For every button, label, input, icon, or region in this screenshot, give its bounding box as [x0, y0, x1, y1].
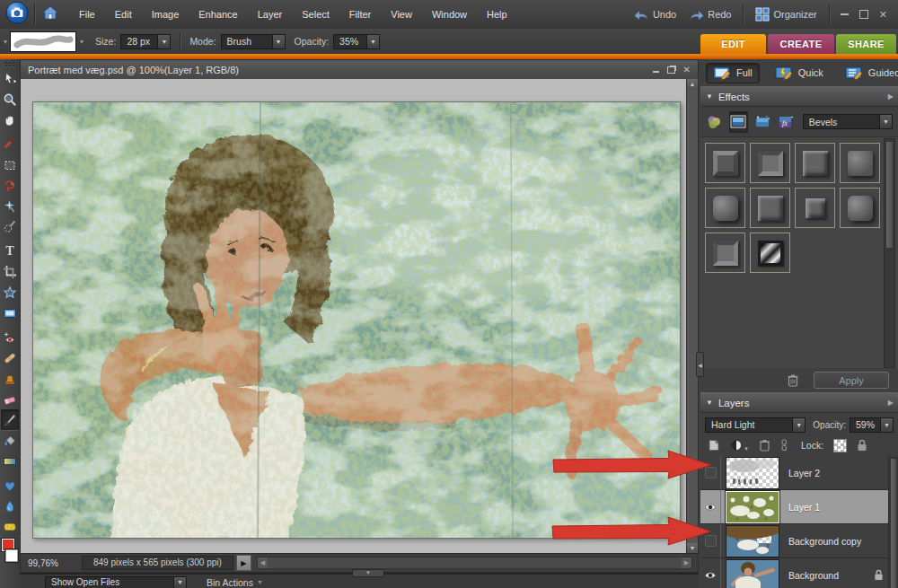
straighten-tool[interactable]	[1, 303, 19, 323]
show-open-files-dropdown[interactable]: Show Open Files ▼	[45, 576, 187, 588]
tab-share[interactable]: SHARE	[836, 34, 896, 54]
canvas-area[interactable]	[21, 79, 687, 554]
effects-scrollbar[interactable]	[884, 138, 895, 368]
layer-name[interactable]: Background	[788, 570, 839, 581]
move-tool[interactable]	[1, 68, 19, 89]
document-titlebar[interactable]: Portræt med væg.psd @ 100%(Layer 1, RGB/…	[21, 60, 698, 80]
layers-scrollbar[interactable]	[888, 456, 898, 588]
bevel-swatch-simple-inner[interactable]	[705, 143, 745, 183]
quick-selection-tool[interactable]	[1, 216, 19, 237]
type-tool[interactable]: T	[1, 241, 19, 261]
bevel-swatch-inner-ridge[interactable]	[750, 143, 790, 183]
menu-filter[interactable]: Filter	[339, 0, 381, 29]
layer-thumbnail[interactable]	[726, 491, 779, 523]
palette-divider-grip[interactable]: ◀	[696, 352, 704, 377]
blur-tool[interactable]	[1, 496, 19, 516]
all-effects-category-button[interactable]: fx	[778, 112, 795, 132]
tab-guided-edit[interactable]: Guided	[839, 64, 898, 83]
menu-image[interactable]: Image	[142, 0, 189, 29]
window-maximize-icon[interactable]	[859, 10, 868, 19]
new-adjustment-layer-icon[interactable]	[730, 439, 743, 452]
bevel-swatch-simple-pillow[interactable]	[750, 188, 790, 228]
menu-edit[interactable]: Edit	[105, 0, 142, 29]
lock-all-icon[interactable]	[857, 439, 867, 452]
eraser-tool[interactable]	[1, 389, 19, 409]
options-collapse-icon[interactable]: ▾	[4, 38, 7, 46]
visibility-toggle[interactable]	[700, 558, 721, 588]
link-layers-icon[interactable]	[780, 439, 788, 452]
eyedropper-tool[interactable]	[1, 130, 19, 151]
apply-button[interactable]: Apply	[814, 372, 889, 389]
window-close-icon[interactable]: ✕	[879, 10, 887, 19]
effects-panel-header[interactable]: ▼ Effects ▶	[700, 86, 898, 107]
vertical-scrollbar[interactable]: ▲ ▼	[686, 79, 698, 554]
doc-restore-icon[interactable]	[667, 66, 675, 74]
color-swatches[interactable]	[1, 539, 19, 564]
layer-row-layer2[interactable]: Layer 2	[700, 456, 898, 490]
panel-menu-icon[interactable]: ▶	[888, 399, 894, 407]
sponge-tool[interactable]	[1, 516, 19, 537]
redo-button[interactable]: Redo	[682, 9, 737, 21]
undo-button[interactable]: Undo	[628, 9, 682, 21]
layer-name[interactable]: Background copy	[788, 536, 861, 547]
tab-quick-edit[interactable]: Quick	[769, 64, 830, 83]
layer-name[interactable]: Layer 2	[788, 468, 820, 478]
lasso-tool[interactable]	[1, 175, 19, 196]
opacity-dropdown[interactable]: 35% ▼	[333, 34, 380, 49]
bevel-swatch-small-pyramid[interactable]	[795, 188, 835, 228]
layers-panel-header[interactable]: ▼ Layers ▶	[700, 392, 898, 413]
blend-mode-dropdown[interactable]: Brush ▼	[221, 34, 286, 49]
filters-category-button[interactable]	[706, 112, 723, 132]
brush-stroke-preview[interactable]	[10, 31, 76, 52]
status-info-button[interactable]: ▶	[236, 555, 251, 571]
horizontal-scrollbar[interactable]: ◀ ▶	[257, 557, 692, 569]
bevel-swatch-scalloped[interactable]	[705, 233, 745, 273]
menu-select[interactable]: Select	[292, 0, 339, 29]
shape-tool[interactable]	[1, 475, 19, 496]
brush-picker-arrow-icon[interactable]: ▾	[80, 38, 84, 46]
layer-opacity-dropdown[interactable]: 59% ▼	[850, 417, 894, 433]
scroll-left-icon[interactable]: ◀	[258, 557, 268, 568]
magic-wand-tool[interactable]	[1, 196, 19, 216]
collapse-triangle-icon[interactable]: ▼	[706, 92, 713, 101]
menu-layer[interactable]: Layer	[248, 0, 293, 29]
layer-blend-mode-dropdown[interactable]: Hard Light ▼	[705, 417, 806, 433]
crop-tool[interactable]	[1, 261, 19, 282]
layer-styles-category-button[interactable]	[729, 111, 748, 133]
lock-transparency-icon[interactable]	[833, 439, 847, 452]
photo-bin-collapse-grip[interactable]: ▼	[352, 569, 384, 577]
toolbar-grip[interactable]	[5, 62, 15, 66]
doc-close-icon[interactable]: ✕	[683, 65, 691, 75]
menu-file[interactable]: File	[69, 0, 105, 29]
canvas-image[interactable]	[32, 101, 681, 539]
menu-window[interactable]: Window	[422, 0, 477, 29]
tab-edit[interactable]: EDIT	[700, 34, 766, 54]
cookie-cutter-tool[interactable]	[1, 282, 19, 303]
layer-thumbnail[interactable]	[726, 525, 779, 557]
tab-create[interactable]: CREATE	[768, 34, 834, 54]
panel-menu-icon[interactable]: ▶	[888, 92, 894, 101]
hand-tool[interactable]	[1, 110, 19, 130]
delete-effect-icon[interactable]	[787, 373, 799, 387]
bevel-swatch-chrome[interactable]	[750, 233, 790, 273]
layer-row-layer1[interactable]: Layer 1	[700, 490, 898, 524]
rectangular-marquee-tool[interactable]	[1, 154, 19, 175]
delete-layer-icon[interactable]	[759, 439, 770, 452]
effects-category-dropdown[interactable]: Bevels ▼	[803, 114, 893, 129]
clone-stamp-tool[interactable]	[1, 368, 19, 389]
organizer-button[interactable]: Organizer	[749, 7, 823, 22]
healing-brush-tool[interactable]	[1, 347, 19, 368]
collapse-triangle-icon[interactable]: ▼	[706, 399, 713, 407]
layer-thumbnail[interactable]	[726, 559, 779, 588]
background-color-swatch[interactable]	[5, 549, 18, 562]
layer-row-background[interactable]: Background	[700, 558, 898, 588]
layer-thumbnail[interactable]	[726, 457, 779, 489]
zoom-level-field[interactable]: 99,76%	[21, 558, 82, 568]
layer-row-background-copy[interactable]: Background copy	[700, 524, 898, 558]
layer-name[interactable]: Layer 1	[788, 502, 820, 513]
bevel-swatch-round-emboss[interactable]	[840, 188, 880, 228]
zoom-tool[interactable]	[1, 89, 19, 110]
tab-full-edit[interactable]: Full	[706, 63, 760, 83]
visibility-toggle[interactable]	[700, 456, 721, 489]
brush-tool[interactable]	[1, 409, 19, 430]
